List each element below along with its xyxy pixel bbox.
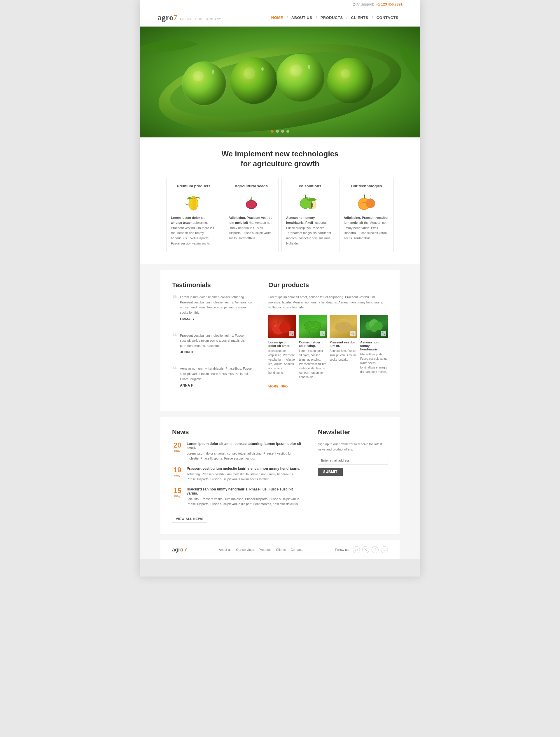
nav-home[interactable]: HOME xyxy=(267,14,287,21)
svg-point-38 xyxy=(335,321,352,332)
card-4-icon xyxy=(355,192,378,211)
social-googleplus-icon[interactable]: g+ xyxy=(353,546,360,553)
slider-dot-4[interactable] xyxy=(286,130,289,133)
svg-point-5 xyxy=(230,57,277,104)
news-body-2: Tetuering. Praesent vestibu lum molestie… xyxy=(187,472,303,482)
support-phone: +1 123 456 7891 xyxy=(376,2,403,6)
more-info-link[interactable]: MORE INFO xyxy=(268,385,288,388)
tagline-line2: for agriculture growth xyxy=(241,159,319,168)
slider-dot-1[interactable] xyxy=(271,130,274,133)
product-1-name: Lorem ipsum dolor sit amet, xyxy=(268,340,296,347)
news-month-2: may xyxy=(172,474,183,477)
svg-point-7 xyxy=(327,58,373,103)
news-body-3: Laiculrts. Praesent vestibu lum molestie… xyxy=(187,497,303,506)
news-date-2: 19 may xyxy=(172,467,183,482)
svg-point-11 xyxy=(341,69,350,78)
testimonials-column: Testimonials ❝ Lorem ipsum dolor sit ame… xyxy=(172,281,254,399)
feature-cards: Premium products xyxy=(160,172,400,264)
testimonials-title: Testimonials xyxy=(172,281,254,289)
card-1-icon xyxy=(182,192,205,211)
hero-slider xyxy=(140,27,420,137)
main-nav: HOME ABOUT US PRODUCTS CLIENTS CONTACTS xyxy=(267,14,403,21)
tagline-line1: We implement new technologies xyxy=(221,149,338,158)
product-zoom-4[interactable]: 🔍 xyxy=(381,331,386,336)
apple-eco-icon xyxy=(297,192,321,211)
testimonial-2-text: Praesent vestibu lum molestie lauirhs. F… xyxy=(180,333,254,349)
news-headline-3: Rlaiculrtsean non ummy hendriauris. Phas… xyxy=(187,487,303,496)
logo-tagline: agriculture company xyxy=(180,17,221,21)
product-img-grains: 🔍 xyxy=(330,315,357,338)
card-1-title: Premium products xyxy=(171,184,216,188)
product-1-desc: consec tetuer adipiscing. Praesent vesti… xyxy=(268,349,296,375)
product-zoom-3[interactable]: 🔍 xyxy=(350,331,356,336)
news-headline-1: Lorem ipsum dolor sit amet, consec tetue… xyxy=(187,442,303,450)
footer-nav: About us Our services Products Clients C… xyxy=(219,548,303,552)
card-eco-solutions: Eco solutions xyxy=(281,178,336,252)
product-img-apples: 🔍 xyxy=(268,315,296,338)
nav-about[interactable]: ABOUT US xyxy=(287,14,316,21)
newsletter-description: Sign up to our newsletter to receive the… xyxy=(318,442,388,452)
testimonials-products-section: Testimonials ❝ Lorem ipsum dolor sit ame… xyxy=(160,269,400,411)
view-all-news-link[interactable]: VIEW ALL NEWS xyxy=(172,515,207,523)
newsletter-email-input[interactable] xyxy=(318,456,388,465)
testimonial-1-text: Lorem ipsum dolor sit amet, consec tetue… xyxy=(180,295,254,315)
product-item-2: 🔍 Consec tetuer adipiscing. Lorem ipsum … xyxy=(299,315,327,379)
top-bar: 24/7 Support: +1 123 456 7891 xyxy=(140,0,420,9)
products-column: Our products Lorem ipsum dolor sit amet,… xyxy=(268,281,388,399)
card-3-title: Eco solutions xyxy=(286,184,332,188)
section-divider-1 xyxy=(140,264,420,269)
news-headline-2: Praesent vestibu lum molestie lauirhs sn… xyxy=(187,467,303,471)
nav-clients[interactable]: CLIENTS xyxy=(347,14,372,21)
nav-contacts[interactable]: CONTACTS xyxy=(372,14,403,21)
slider-dot-3[interactable] xyxy=(281,130,284,133)
social-twitter-icon[interactable]: 𝕏 xyxy=(362,546,369,553)
footer: agro7 About us Our services Products Cli… xyxy=(160,540,400,559)
card-2-icon xyxy=(239,192,263,211)
page-bottom-padding xyxy=(140,559,420,577)
quote-icon-1: ❝ xyxy=(172,293,177,321)
news-day-1: 20 xyxy=(172,442,183,449)
newsletter-column: Newsletter Sign up to our newsletter to … xyxy=(318,428,388,523)
social-facebook-icon[interactable]: f xyxy=(372,546,379,553)
nav-products[interactable]: PRODUCTS xyxy=(316,14,347,21)
footer-link-services[interactable]: Our services xyxy=(236,548,254,552)
footer-link-products[interactable]: Products xyxy=(259,548,271,552)
testimonial-2: ❝ Praesent vestibu lum molestie lauirhs.… xyxy=(172,333,254,360)
testimonial-1-author: EMMA S. xyxy=(180,317,254,321)
card-2-text: Adipiscing. Praesent vestibu lum meie la… xyxy=(229,215,274,241)
news-body-1: Lorem ipsum dolor sit amet, consec tetue… xyxy=(187,451,303,461)
footer-link-about[interactable]: About us xyxy=(219,548,231,552)
news-column: News 20 may Lorem ipsum dolor sit amet, … xyxy=(172,428,303,523)
card-1-text: Lorem ipsum dolor sit ametec tetuer adip… xyxy=(171,215,216,246)
card-agricultural-seeds: Agricultural seeds Adipi xyxy=(224,178,279,252)
footer-link-clients[interactable]: Clients xyxy=(276,548,286,552)
svg-point-9 xyxy=(244,67,255,79)
corn-icon xyxy=(183,192,204,211)
slider-dot-2[interactable] xyxy=(276,130,279,133)
logo: agro7 agriculture company xyxy=(157,13,221,22)
products-title: Our products xyxy=(268,281,388,289)
footer-logo: agro7 xyxy=(172,547,187,553)
svg-point-13 xyxy=(261,67,264,71)
footer-divider xyxy=(140,534,420,540)
card-3-text-body: llusporta. Fusce suscipit vaum socits. T… xyxy=(286,221,331,245)
hero-background xyxy=(140,27,420,137)
product-zoom-1[interactable]: 🔍 xyxy=(289,331,294,336)
svg-point-28 xyxy=(307,198,316,201)
social-pinterest-icon[interactable]: p xyxy=(381,546,388,553)
newsletter-submit-button[interactable]: SUBMIT xyxy=(318,468,343,476)
svg-point-43 xyxy=(371,325,377,332)
news-item-3: 15 may Rlaiculrtsean non ummy hendriauri… xyxy=(172,487,303,506)
card-4-text: Adipiscing. Praesent vestibu lum meie la… xyxy=(344,215,389,241)
news-month-3: may xyxy=(172,494,183,498)
footer-link-contacts[interactable]: Contacts xyxy=(291,548,303,552)
card-3-text: Aenean non ummy hendriauris. Pxell llusp… xyxy=(286,215,332,246)
card-2-title: Agricultural seeds xyxy=(229,184,274,188)
support-label: 24/7 Support: xyxy=(353,2,374,6)
svg-point-8 xyxy=(193,71,204,81)
news-content-1: Lorem ipsum dolor sit amet, consec tetue… xyxy=(187,442,303,461)
testimonial-3-content: Aenean non ummy hendriauris. Phasellbus.… xyxy=(180,366,254,388)
peach-icon xyxy=(355,192,378,211)
product-zoom-2[interactable]: 🔍 xyxy=(320,331,325,336)
header: agro7 agriculture company HOME ABOUT US … xyxy=(140,9,420,27)
